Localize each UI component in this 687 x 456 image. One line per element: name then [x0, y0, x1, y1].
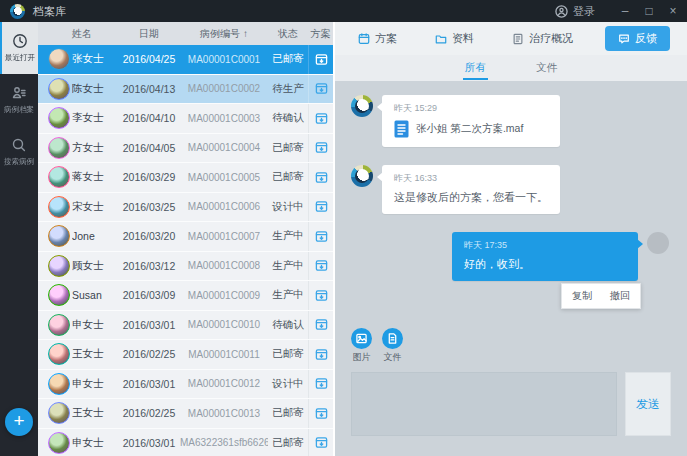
cell-status: 已邮寄	[268, 141, 308, 155]
cell-status: 已邮寄	[268, 347, 308, 361]
maximize-button[interactable]: □	[643, 5, 655, 17]
tab-treatment-overview[interactable]: 治疗概况	[506, 27, 579, 50]
avatar	[48, 343, 70, 365]
table-row[interactable]: 方女士 2016/04/05 MA00001C0004 已邮寄	[38, 134, 333, 164]
plan-button[interactable]	[308, 134, 333, 163]
cell-case-no: MA00001C0004	[180, 142, 268, 153]
cell-date: 2016/03/20	[118, 230, 180, 242]
chat-message-sent: 昨天 17:35 好的，收到。 复制 撤回	[452, 232, 669, 281]
minimize-button[interactable]: –	[619, 5, 631, 17]
copy-menu-item[interactable]: 复制	[572, 289, 592, 303]
tab-label: 资料	[452, 31, 474, 46]
cell-name: 顾女士	[72, 259, 118, 273]
avatar	[48, 137, 70, 159]
avatar	[48, 78, 70, 100]
plan-button[interactable]	[308, 163, 333, 192]
col-status[interactable]: 状态	[268, 27, 308, 41]
table-row[interactable]: 王女士 2016/02/25 MA00001C0011 已邮寄	[38, 340, 333, 370]
tab-label: 治疗概况	[529, 31, 573, 46]
col-case-no[interactable]: 病例编号 ↑	[180, 27, 268, 41]
sidebar-item-recent[interactable]: 最近打开	[0, 22, 38, 74]
sidebar: 最近打开 病例档案 搜索病例 +	[0, 22, 38, 456]
table-row[interactable]: 蒋女士 2016/03/29 MA00001C0005 已邮寄	[38, 163, 333, 193]
attach-image-label: 图片	[353, 351, 371, 364]
plan-button[interactable]	[308, 104, 333, 133]
avatar	[48, 225, 70, 247]
cell-date: 2016/04/10	[118, 112, 180, 124]
cell-name: 方女士	[72, 141, 118, 155]
table-row[interactable]: 申女士 2016/03/01 MA6322361sfb66262 已邮寄	[38, 429, 333, 456]
attach-file-button[interactable]: 文件	[382, 328, 403, 364]
table-row[interactable]: 申女士 2016/03/01 MA00001C0010 待确认	[38, 311, 333, 341]
cell-date: 2016/03/25	[118, 201, 180, 213]
cell-date: 2016/04/13	[118, 83, 180, 95]
table-row[interactable]: 顾女士 2016/03/12 MA00001C0008 生产中	[38, 252, 333, 282]
plan-button[interactable]	[308, 399, 333, 428]
file-attachment[interactable]: 张小姐 第二次方案.maf	[394, 120, 548, 138]
sidebar-item-search-case[interactable]: 搜索病例	[0, 126, 38, 178]
col-date[interactable]: 日期	[118, 27, 180, 41]
avatar	[48, 373, 70, 395]
table-row[interactable]: 申女士 2016/03/01 MA00001C0012 设计中	[38, 370, 333, 400]
sidebar-item-label: 搜索病例	[4, 156, 34, 166]
plan-button[interactable]	[308, 45, 333, 74]
tab-feedback[interactable]: 反馈	[605, 26, 670, 51]
clock-icon	[12, 33, 28, 49]
plan-icon	[315, 171, 328, 184]
plan-button[interactable]	[308, 281, 333, 310]
recall-menu-item[interactable]: 撤回	[610, 289, 630, 303]
plan-button[interactable]	[308, 340, 333, 369]
attach-image-button[interactable]: 图片	[351, 328, 372, 364]
col-plan[interactable]: 方案	[308, 27, 333, 41]
sidebar-item-case-files[interactable]: 病例档案	[0, 74, 38, 126]
send-button[interactable]: 发送	[625, 372, 671, 436]
table-row[interactable]: 陈女士 2016/04/13 MA00001C0002 待生产	[38, 75, 333, 105]
app-window: 档案库 登录 – □ × 最近打开	[0, 0, 687, 456]
table-row[interactable]: 李女士 2016/04/10 MA00001C0003 待确认	[38, 104, 333, 134]
table-row[interactable]: Susan 2016/03/09 MA00001C0009 生产中	[38, 281, 333, 311]
message-text: 好的，收到。	[464, 257, 626, 272]
cell-name: 张女士	[72, 52, 118, 66]
cell-name: 申女士	[72, 318, 118, 332]
overview-icon	[512, 33, 524, 45]
chat-message-text: 昨天 16:33 这是修改后的方案，您看一下。	[351, 165, 671, 214]
chat-area: 昨天 15:29 张小姐 第二次方案.maf 昨天 16:33	[335, 81, 687, 456]
cell-case-no: MA00001C0002	[180, 83, 268, 94]
plan-button[interactable]	[308, 429, 333, 456]
plan-button[interactable]	[308, 75, 333, 104]
file-icon	[394, 120, 409, 138]
subtab-files[interactable]: 文件	[534, 57, 559, 80]
message-input[interactable]	[351, 372, 617, 436]
cell-name: 陈女士	[72, 82, 118, 96]
table-row[interactable]: 宋女士 2016/03/25 MA00001C0006 设计中	[38, 193, 333, 223]
col-name[interactable]: 姓名	[72, 27, 118, 41]
close-button[interactable]: ×	[667, 5, 679, 17]
file-name: 张小姐 第二次方案.maf	[416, 122, 523, 136]
plan-button[interactable]	[308, 252, 333, 281]
table-row[interactable]: Jone 2016/03/20 MA00001C0007 生产中	[38, 222, 333, 252]
user-circle-icon	[555, 5, 568, 18]
cell-status: 设计中	[268, 377, 308, 391]
add-case-button[interactable]: +	[5, 408, 33, 436]
table-row[interactable]: 王女士 2016/02/25 MA00001C0013 已邮寄	[38, 399, 333, 429]
detail-panel: 方案 资料 治疗概况	[335, 22, 687, 456]
login-button[interactable]: 登录	[555, 4, 595, 19]
app-title: 档案库	[33, 4, 66, 19]
chat-message-file: 昨天 15:29 张小姐 第二次方案.maf	[351, 95, 671, 147]
avatar	[48, 107, 70, 129]
plan-button[interactable]	[308, 193, 333, 222]
cell-date: 2016/03/09	[118, 289, 180, 301]
avatar	[48, 432, 70, 454]
plan-button[interactable]	[308, 222, 333, 251]
table-row[interactable]: 张女士 2016/04/25 MA00001C0001 已邮寄	[38, 45, 333, 75]
feedback-subtabs: 所有 文件	[335, 55, 687, 81]
cell-name: 申女士	[72, 377, 118, 391]
tab-plan[interactable]: 方案	[352, 27, 403, 50]
plan-button[interactable]	[308, 311, 333, 340]
plan-button[interactable]	[308, 370, 333, 399]
subtab-all[interactable]: 所有	[463, 57, 488, 80]
sidebar-item-label: 病例档案	[4, 104, 34, 114]
avatar	[48, 402, 70, 424]
tab-materials[interactable]: 资料	[429, 27, 480, 50]
titlebar: 档案库 登录 – □ ×	[0, 0, 687, 22]
